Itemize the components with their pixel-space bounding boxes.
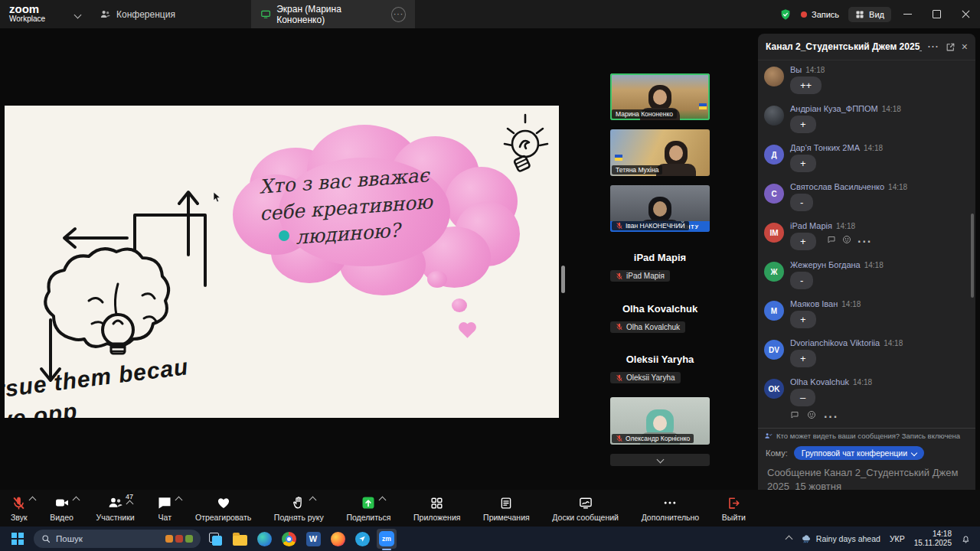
audio-participant-ipad-maria[interactable]: iPad Марія iPad Марія xyxy=(610,252,710,283)
telegram-button[interactable] xyxy=(352,529,372,549)
participant-display-name: iPad Марія xyxy=(610,252,710,263)
message-bubble[interactable]: + xyxy=(790,350,816,367)
raise-hand-button[interactable]: Поднять руку xyxy=(274,495,324,522)
participant-audio-badge: iPad Марія xyxy=(610,270,670,282)
telegram-icon xyxy=(355,532,370,546)
message-bubble[interactable]: - xyxy=(790,194,813,211)
more-actions-icon[interactable] xyxy=(824,410,838,424)
message-bubble[interactable]: + xyxy=(790,233,816,250)
chat-privacy-notice: Кто может видеть ваши сообщения? Запись … xyxy=(758,428,975,443)
collapse-strip-button[interactable] xyxy=(610,454,710,466)
taskbar-clock[interactable]: 14:18 15.11.2025 xyxy=(914,530,952,549)
task-view-button[interactable] xyxy=(205,529,225,549)
titlebar: zoom Workplace Конференция Экран (Марина… xyxy=(0,0,980,28)
more-button[interactable]: Дополнительно xyxy=(642,495,700,522)
message-bubble[interactable]: + xyxy=(790,311,816,328)
workspace-chevron-down-icon[interactable] xyxy=(74,11,82,19)
notifications-bell-icon[interactable] xyxy=(961,534,971,544)
emoji-react-icon[interactable] xyxy=(842,235,851,244)
reply-icon[interactable] xyxy=(790,410,799,419)
more-actions-icon[interactable] xyxy=(858,235,872,249)
audio-participant-oleksii[interactable]: Oleksii Yaryha Oleksii Yaryha xyxy=(610,354,710,385)
reply-icon[interactable] xyxy=(827,235,836,244)
message-bubble[interactable]: ++ xyxy=(790,77,822,94)
weather-label: Rainy days ahead xyxy=(816,534,880,543)
audio-button[interactable]: Звук xyxy=(11,495,28,522)
share-screen-button[interactable]: Поделиться xyxy=(346,495,390,522)
message-sender[interactable]: Дар'я Тонких 2МА xyxy=(790,143,860,152)
message-sender[interactable]: Маяков Іван xyxy=(790,299,838,308)
apps-button[interactable]: Приложения xyxy=(413,495,460,522)
tab-options-icon[interactable]: ··· xyxy=(391,7,406,22)
file-explorer-button[interactable] xyxy=(230,529,250,549)
recording-indicator[interactable]: Запись xyxy=(801,10,839,19)
edge-browser-icon xyxy=(257,532,272,546)
view-button[interactable]: Вид xyxy=(848,7,891,22)
audio-participant-olha[interactable]: Olha Kovalchuk Olha Kovalchuk xyxy=(610,303,710,334)
video-tile-tetiana[interactable]: Тетяна Мухіна xyxy=(610,129,710,176)
whiteboards-button[interactable]: Доски сообщений xyxy=(552,495,619,522)
avatar: М xyxy=(764,301,784,321)
message-bubble[interactable]: + xyxy=(790,116,816,133)
mic-off-icon xyxy=(616,374,623,382)
browser-button[interactable] xyxy=(328,529,348,549)
chat-button[interactable]: Чат xyxy=(157,495,172,522)
video-button[interactable]: Видео xyxy=(50,495,74,522)
leave-button[interactable]: Выйти xyxy=(722,495,746,522)
video-tile-marina[interactable]: Марина Кононенко xyxy=(610,73,710,120)
word-button[interactable]: W xyxy=(303,529,323,549)
chevron-down-icon xyxy=(911,450,917,456)
video-tile-ivan[interactable]: ХНТУ Іван НАКОНЕЧНИЙ xyxy=(610,185,710,232)
zoom-app-button[interactable]: zm xyxy=(377,529,397,549)
notes-icon xyxy=(499,496,513,510)
chat-close-icon[interactable]: × xyxy=(962,41,968,53)
weather-widget[interactable]: Rainy days ahead xyxy=(801,534,880,544)
raise-hand-options-chevron-icon[interactable] xyxy=(309,496,316,504)
participant-display-name: Oleksii Yaryha xyxy=(610,354,710,365)
taskbar-search[interactable]: Пошук xyxy=(34,530,201,548)
chat-message: Д Дар'я Тонких 2МА14:18 + xyxy=(764,143,969,175)
maximize-button[interactable] xyxy=(922,0,951,28)
message-hover-actions xyxy=(790,410,969,424)
message-bubble[interactable]: – xyxy=(790,389,815,406)
message-sender[interactable]: Святослав Васильченко xyxy=(790,182,884,191)
tab-conference[interactable]: Конференция xyxy=(90,0,185,28)
chat-options-chevron-icon[interactable] xyxy=(175,496,183,504)
message-time: 14:18 xyxy=(805,66,825,74)
message-sender[interactable]: Андріан Куза_ФППОМ xyxy=(790,104,878,113)
security-shield-icon[interactable] xyxy=(779,8,792,21)
share-options-chevron-icon[interactable] xyxy=(379,496,387,504)
emoji-react-icon[interactable] xyxy=(807,410,816,419)
tab-screen-share[interactable]: Экран (Марина Кононенко) ··· xyxy=(251,0,415,28)
time-value: 14:18 xyxy=(914,530,952,540)
message-sender[interactable]: Жежерун Богдана xyxy=(790,260,861,269)
language-indicator[interactable]: УКР xyxy=(890,534,905,543)
message-sender[interactable]: Olha Kovalchuk xyxy=(790,377,849,386)
notes-button[interactable]: Примечания xyxy=(483,495,530,522)
message-bubble[interactable]: - xyxy=(790,272,813,289)
edge-button[interactable] xyxy=(254,529,274,549)
chrome-button[interactable] xyxy=(279,529,299,549)
pop-out-icon[interactable] xyxy=(946,42,956,52)
chat-more-icon[interactable] xyxy=(928,41,939,52)
chat-scrollbar[interactable] xyxy=(971,214,974,298)
share-area-scrollbar[interactable] xyxy=(561,266,565,293)
participants-options-chevron-icon[interactable] xyxy=(126,500,134,507)
video-options-chevron-icon[interactable] xyxy=(72,496,80,504)
message-sender[interactable]: iPad Марія xyxy=(790,221,832,230)
start-button[interactable] xyxy=(8,529,28,549)
video-tile-oleksandr[interactable]: Олександр Корнієнко xyxy=(610,397,710,445)
recipient-selector[interactable]: Групповой чат конференции xyxy=(794,446,924,460)
message-bubble[interactable]: + xyxy=(790,155,816,172)
avatar: OK xyxy=(764,379,784,399)
whiteboard-icon xyxy=(578,496,593,510)
minimize-button[interactable] xyxy=(893,0,922,28)
chat-message-list[interactable]: Вы14:18 ++ Андріан Куза_ФППОМ14:18 + Д Д… xyxy=(758,60,975,428)
react-button[interactable]: Отреагировать xyxy=(195,495,251,522)
participants-button[interactable]: 47 Участники xyxy=(96,495,135,522)
message-sender[interactable]: Вы xyxy=(790,65,802,74)
message-sender[interactable]: Dvorianchikova Viktoriia xyxy=(790,338,880,347)
close-button[interactable] xyxy=(951,0,980,28)
tray-overflow-chevron-icon[interactable] xyxy=(785,535,792,543)
audio-options-chevron-icon[interactable] xyxy=(29,496,37,504)
